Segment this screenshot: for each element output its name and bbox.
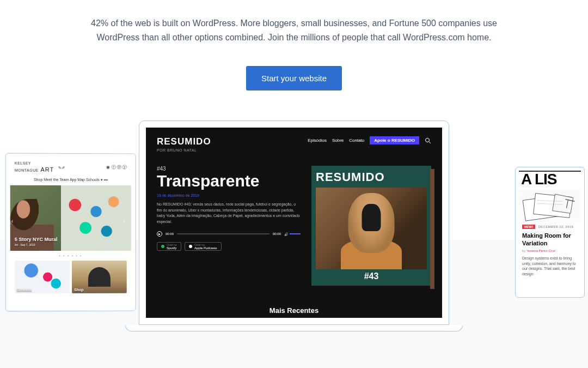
article-author: by Yesenia Perez-Cruz xyxy=(519,248,581,254)
podcast-brand: RESUMIDO POR BRUNO NATAL xyxy=(157,136,211,152)
volume-icon: 🔊 xyxy=(284,232,301,236)
spotify-badge: Ouvir noSpotify xyxy=(157,242,181,251)
site-logo: KELSEY MONTAGUE ART xyxy=(15,161,65,173)
new-badge: NEW! xyxy=(522,225,535,229)
showcase-device-center: RESUMIDO POR BRUNO NATAL Episódios Sobre… xyxy=(125,120,463,331)
play-icon: ▶ xyxy=(157,231,162,237)
article-illustration xyxy=(519,189,581,222)
hero-description: 42% of the web is built on WordPress. Mo… xyxy=(71,0,517,44)
svg-line-1 xyxy=(429,142,431,143)
audio-player: ▶ 00:00 00:00 🔊 xyxy=(157,231,301,237)
showcase-device-right: A LIS NEW! DECEMBER 12, 2019 Making Room… xyxy=(515,167,585,298)
article-excerpt: Design systems exist to bring unity, coh… xyxy=(519,254,581,279)
hero-image: ‹ › 5 Story NYC Mural Art · Sep 7, 2019 xyxy=(10,185,131,251)
site-nav: Shop Meet the Team App Map Schools ▾ ••• xyxy=(10,176,131,185)
start-website-button[interactable]: Start your website xyxy=(246,66,342,91)
podcast-nav: Episódios Sobre Contato Apoie o RESUMIDO xyxy=(308,136,431,144)
episode-description: No RESUMIDO #43: venda seus dados, rede … xyxy=(157,202,301,225)
hero-caption: 5 Story NYC Mural Art · Sep 7, 2019 xyxy=(15,237,58,246)
thumbnail-schools: Schools xyxy=(15,261,70,293)
thumbnail-shop: Shop xyxy=(72,261,127,293)
carousel-prev-icon: ‹ xyxy=(11,218,18,225)
svg-point-0 xyxy=(426,138,430,142)
carousel-dots: • • • • • • xyxy=(10,251,131,261)
episode-date: 19 de dezembro de 2019 xyxy=(157,194,301,197)
article-title: Making Room for Variation xyxy=(519,232,581,248)
apple-podcasts-badge: Ouvir noApple Podcasts xyxy=(185,242,222,251)
article-date: DECEMBER 12, 2019 xyxy=(538,225,573,228)
search-icon xyxy=(425,137,431,144)
social-icons: ◉ ⓕ ⓟ ⓨ xyxy=(106,164,127,170)
episode-artwork: RESUMIDO #43 xyxy=(311,166,431,286)
episode-number: #43 xyxy=(157,166,301,172)
episode-title: Transparente xyxy=(157,173,301,189)
support-button: Apoie o RESUMIDO xyxy=(370,136,419,144)
section-heading: Mais Recentes xyxy=(146,306,442,315)
showcase-device-left: KELSEY MONTAGUE ART ◉ ⓕ ⓟ ⓨ Shop Meet th… xyxy=(5,153,136,312)
publication-logo: A LIS xyxy=(519,171,581,187)
butterfly-icon xyxy=(58,165,65,172)
